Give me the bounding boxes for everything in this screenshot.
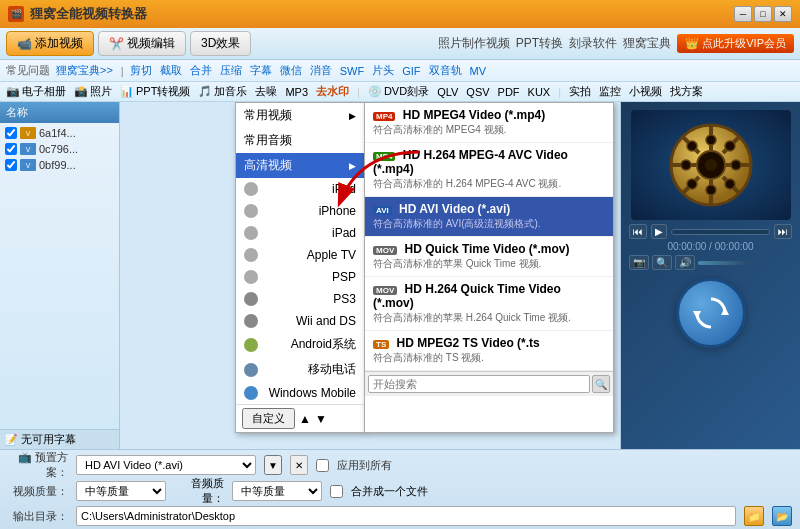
qsv-btn[interactable]: QSV — [466, 86, 489, 98]
close-button[interactable]: ✕ — [774, 6, 792, 22]
video-quality-select[interactable]: 中等质量 — [76, 481, 166, 501]
kux-btn[interactable]: KUX — [528, 86, 551, 98]
convert-button[interactable] — [676, 278, 746, 348]
apply-all-checkbox[interactable] — [316, 459, 329, 472]
effect-3d-button[interactable]: 3D效果 — [190, 31, 251, 56]
denoise-btn[interactable]: 去噪 — [255, 84, 277, 99]
monitor-btn[interactable]: 监控 — [599, 84, 621, 99]
browse-folder-button[interactable]: 📁 — [744, 506, 764, 526]
ppt-button[interactable]: PPT转换 — [516, 35, 563, 52]
submenu-item-title-4: MOV HD Quick Time Video (*.mov) — [373, 242, 605, 256]
play-prev-button[interactable]: ⏮ — [629, 224, 647, 239]
submenu-item-quicktime[interactable]: MOV HD Quick Time Video (*.mov) 符合高清标准的苹… — [365, 237, 613, 277]
submenu-item-title-3: AVI HD AVI Video (*.avi) — [373, 202, 605, 216]
video-edit-button[interactable]: ✂️ 视频编辑 — [98, 31, 186, 56]
menu-item-windows-mobile[interactable]: Windows Mobile — [236, 382, 364, 404]
volume-slider[interactable] — [698, 261, 748, 265]
find-solution-btn[interactable]: 找方案 — [670, 84, 703, 99]
search-button[interactable]: 🔍 — [592, 375, 610, 393]
baodian-button[interactable]: 狸窝宝典 — [623, 35, 671, 52]
list-item: V 6a1f4... — [2, 125, 117, 141]
submenu-item-h264-qt[interactable]: MOV HD H.264 Quick Time Video (*.mov) 符合… — [365, 277, 613, 331]
add-music-btn[interactable]: 🎵 加音乐 — [198, 84, 247, 99]
menu-item-ipod[interactable]: iPod — [236, 178, 364, 200]
file-checkbox-2[interactable] — [5, 143, 17, 155]
quick-link-compress[interactable]: 压缩 — [220, 63, 242, 78]
watermark-btn[interactable]: 去水印 — [316, 84, 349, 99]
menu-item-hd-video[interactable]: 高清视频 ▶ — [236, 153, 364, 178]
menu-item-wii[interactable]: Wii and DS — [236, 310, 364, 332]
vip-upgrade-button[interactable]: 👑 点此升级VIP会员 — [677, 34, 794, 53]
submenu-item-ts[interactable]: TS HD MPEG2 TS Video (*.ts 符合高清标准的 TS 视频… — [365, 331, 613, 371]
ppt-convert-btn2[interactable]: 📊 PPT转视频 — [120, 84, 190, 99]
play-next-button[interactable]: ⏭ — [774, 224, 792, 239]
merge-checkbox[interactable] — [330, 485, 343, 498]
preset-clear-btn[interactable]: ✕ — [290, 455, 308, 475]
progress-bar[interactable] — [671, 229, 770, 235]
quick-link-clip[interactable]: 截取 — [160, 63, 182, 78]
quick-link-intro[interactable]: 片头 — [372, 63, 394, 78]
svg-point-15 — [687, 141, 697, 151]
menu-item-mobile[interactable]: 移动电话 — [236, 357, 364, 382]
volume-button[interactable]: 🔊 — [675, 255, 695, 270]
burn-button[interactable]: 刻录软件 — [569, 35, 617, 52]
photo-album-btn[interactable]: 📷 电子相册 — [6, 84, 66, 99]
photo-ppt-btn[interactable]: 📸 照片 — [74, 84, 112, 99]
audio-quality-select[interactable]: 中等质量 — [232, 481, 322, 501]
photo-video-button[interactable]: 照片制作视频 — [438, 35, 510, 52]
menu-item-common-audio[interactable]: 常用音频 — [236, 128, 364, 153]
quick-link-merge[interactable]: 合并 — [190, 63, 212, 78]
menu-item-iphone[interactable]: iPhone — [236, 200, 364, 222]
quick-link-subtitle[interactable]: 字幕 — [250, 63, 272, 78]
convert-section — [676, 278, 746, 348]
down-arrow-btn[interactable]: ▼ — [315, 412, 327, 426]
menu-item-common-video[interactable]: 常用视频 ▶ — [236, 103, 364, 128]
file-checkbox-1[interactable] — [5, 127, 17, 139]
add-video-button[interactable]: 📹 添加视频 — [6, 31, 94, 56]
open-folder-button[interactable]: 📂 — [772, 506, 792, 526]
dropdown-overlay: 常用视频 ▶ 常用音频 高清视频 ▶ iPod iPhone — [235, 102, 614, 433]
volume-row: 📷 🔍 🔊 — [629, 255, 792, 270]
output-path-input[interactable] — [76, 506, 736, 526]
quick-link-gif[interactable]: GIF — [402, 65, 420, 77]
quick-link-swf[interactable]: SWF — [340, 65, 364, 77]
submenu-item-mp4[interactable]: MP4 HD MPEG4 Video (*.mp4) 符合高清标准的 MPEG4… — [365, 103, 613, 143]
restore-button[interactable]: □ — [754, 6, 772, 22]
app-icon: 🎬 — [8, 6, 24, 22]
screenshot-button[interactable]: 📷 — [629, 255, 649, 270]
main-dropdown-menu: 常用视频 ▶ 常用音频 高清视频 ▶ iPod iPhone — [235, 102, 365, 433]
quick-link-cut[interactable]: 剪切 — [130, 63, 152, 78]
submenu-desc-3: 符合高清标准的 AVI(高级流视频格式). — [373, 217, 605, 231]
up-arrow-btn[interactable]: ▲ — [299, 412, 311, 426]
quick-link-mv[interactable]: MV — [470, 65, 487, 77]
wii-icon — [244, 314, 258, 328]
qlv-btn[interactable]: QLV — [437, 86, 458, 98]
submenu-item-avi[interactable]: AVI HD AVI Video (*.avi) 符合高清标准的 AVI(高级流… — [365, 197, 613, 237]
ipod-icon — [244, 182, 258, 196]
menu-item-psp[interactable]: PSP — [236, 266, 364, 288]
menu-item-android[interactable]: Android系统 — [236, 332, 364, 357]
custom-button[interactable]: 自定义 — [242, 408, 295, 429]
quick-link-wechat[interactable]: 微信 — [280, 63, 302, 78]
submenu-search-input[interactable] — [368, 375, 590, 393]
baodian-link[interactable]: 狸窝宝典>> — [56, 63, 113, 78]
menu-item-ps3[interactable]: PS3 — [236, 288, 364, 310]
zoom-button[interactable]: 🔍 — [652, 255, 672, 270]
quick-link-silence[interactable]: 消音 — [310, 63, 332, 78]
title-bar: 🎬 狸窝全能视频转换器 ─ □ ✕ — [0, 0, 800, 28]
preset-dropdown-btn[interactable]: ▼ — [264, 455, 282, 475]
quick-link-dual-audio[interactable]: 双音轨 — [429, 63, 462, 78]
menu-item-appletv[interactable]: Apple TV — [236, 244, 364, 266]
preset-select[interactable]: HD AVI Video (*.avi) — [76, 455, 256, 475]
file-checkbox-3[interactable] — [5, 159, 17, 171]
short-video-btn[interactable]: 小视频 — [629, 84, 662, 99]
file-name-1: 6a1f4... — [39, 127, 76, 139]
dvd-btn[interactable]: 💿 DVD刻录 — [368, 84, 429, 99]
realshot-btn[interactable]: 实拍 — [569, 84, 591, 99]
minimize-button[interactable]: ─ — [734, 6, 752, 22]
menu-item-ipad[interactable]: iPad — [236, 222, 364, 244]
pdf-btn[interactable]: PDF — [498, 86, 520, 98]
mp3-btn[interactable]: MP3 — [285, 86, 308, 98]
play-button[interactable]: ▶ — [651, 224, 667, 239]
submenu-item-mp4-h264[interactable]: MP4 HD H.264 MPEG-4 AVC Video (*.mp4) 符合… — [365, 143, 613, 197]
